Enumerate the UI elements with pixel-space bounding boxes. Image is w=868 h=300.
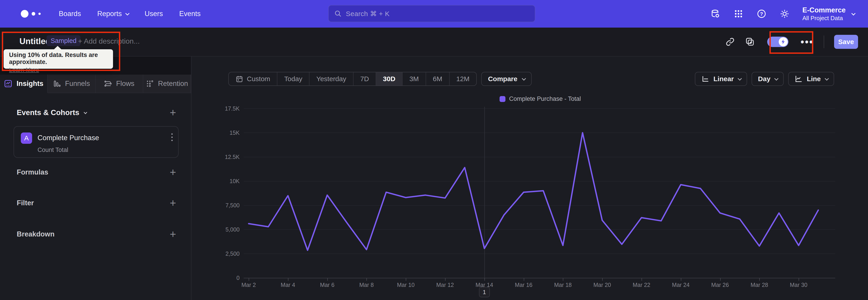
retention-dots-icon	[146, 80, 154, 88]
y-axis-label: 10K	[195, 178, 240, 184]
report-header: Untitled Sampled + Add description...	[0, 28, 868, 57]
flows-wave-icon	[104, 80, 112, 88]
data-settings-icon[interactable]	[710, 8, 721, 19]
breakdown-label: Breakdown	[17, 230, 55, 238]
formulas-label: Formulas	[17, 168, 49, 176]
x-axis-label: Mar 28	[743, 282, 775, 288]
formulas-section: Formulas +	[17, 168, 176, 177]
chart-panel: CustomTodayYesterday7D30D3M6M12M Compare…	[191, 57, 868, 300]
x-axis-label: Mar 12	[429, 282, 461, 288]
funnels-bars-icon	[53, 80, 61, 88]
add-event-button[interactable]: +	[170, 108, 176, 117]
sidebar: Insights Funnels	[0, 57, 191, 300]
app-root: BoardsReportsUsersEvents Search ⌘ + K	[0, 0, 868, 300]
x-axis-tick	[406, 278, 406, 281]
x-axis-label: Mar 4	[272, 282, 304, 288]
x-axis-label: Mar 10	[390, 282, 422, 288]
sampling-toggle[interactable]	[767, 37, 788, 47]
more-ellipsis-icon[interactable]: •••	[801, 39, 814, 44]
x-axis-tick	[799, 278, 799, 281]
events-cohorts-toggle[interactable]: Events & Cohorts	[17, 108, 86, 117]
x-axis-tick	[249, 278, 249, 281]
y-axis-label: 15K	[195, 129, 240, 136]
nav-item-reports[interactable]: Reports	[97, 10, 128, 18]
nav-right-cluster: ? E-Commerce All Project Data	[710, 0, 855, 28]
event-name: Complete Purchase	[37, 134, 99, 142]
x-axis-tick	[602, 278, 602, 281]
search-placeholder: Search ⌘ + K	[346, 10, 390, 18]
apps-grid-icon[interactable]	[733, 8, 744, 19]
event-metric[interactable]: Count Total	[37, 147, 68, 153]
lightning-bolt-icon	[779, 37, 788, 46]
line-chart[interactable]	[191, 57, 868, 300]
settings-gear-icon[interactable]	[779, 8, 790, 19]
svg-text:?: ?	[760, 11, 763, 17]
chevron-down-icon	[84, 111, 87, 114]
nav-menu: BoardsReportsUsersEvents	[59, 10, 201, 18]
x-axis-tick	[485, 278, 485, 281]
tab-funnels[interactable]: Funnels	[48, 74, 95, 93]
learn-more-link[interactable]: Learn More	[9, 66, 39, 73]
link-icon[interactable]	[725, 37, 735, 47]
mixpanel-logo-dots-icon[interactable]	[21, 10, 48, 18]
x-axis-label: Mar 26	[704, 282, 736, 288]
x-axis-tick	[366, 278, 367, 281]
x-axis-tick	[642, 278, 642, 281]
y-axis-label: 7,500	[195, 202, 240, 209]
add-filter-button[interactable]: +	[170, 199, 176, 208]
chevron-down-icon	[125, 11, 129, 16]
x-axis-label: Mar 24	[665, 282, 697, 288]
kebab-menu-icon[interactable]	[171, 133, 173, 141]
tab-label: Funnels	[65, 80, 90, 88]
tab-retention[interactable]: Retention	[143, 74, 191, 93]
tab-label: Retention	[158, 80, 188, 88]
tooltip-arrow	[54, 46, 61, 50]
y-axis-label: 5,000	[195, 226, 240, 233]
add-description-button[interactable]: + Add description...	[78, 37, 140, 46]
x-axis-tick	[288, 278, 288, 281]
x-axis-tick	[524, 278, 524, 281]
breakdown-section: Breakdown +	[17, 230, 176, 239]
x-axis-tick	[327, 278, 328, 281]
add-breakdown-button[interactable]: +	[170, 230, 176, 239]
report-title[interactable]: Untitled	[20, 37, 51, 46]
x-axis-tick	[445, 278, 445, 281]
sidebar-tabs: Insights Funnels	[0, 74, 191, 93]
x-axis-label: Mar 2	[233, 282, 265, 288]
event-letter-badge: A	[21, 132, 32, 144]
chevron-down-icon	[851, 11, 855, 16]
sampled-badge[interactable]: Sampled	[46, 35, 81, 46]
x-axis-tick	[563, 278, 563, 281]
tab-insights[interactable]: Insights	[0, 74, 48, 93]
copy-add-icon[interactable]	[745, 37, 755, 47]
y-axis-label: 2,500	[195, 250, 240, 257]
x-axis-label: Mar 16	[508, 282, 539, 288]
header-divider	[824, 35, 824, 48]
nav-item-users[interactable]: Users	[145, 10, 163, 18]
top-nav: BoardsReportsUsersEvents Search ⌘ + K	[0, 0, 868, 28]
pagination-page-1[interactable]: 1	[479, 287, 490, 297]
project-scope: All Project Data	[802, 15, 846, 22]
project-name: E-Commerce	[802, 6, 846, 15]
nav-item-boards[interactable]: Boards	[59, 10, 81, 18]
x-axis-label: Mar 6	[311, 282, 343, 288]
event-card[interactable]: A Complete Purchase Count Total	[13, 126, 179, 158]
add-formula-button[interactable]: +	[170, 168, 176, 177]
search-input[interactable]: Search ⌘ + K	[328, 5, 535, 22]
sidebar-divider	[191, 57, 191, 300]
x-axis-label: Mar 22	[626, 282, 657, 288]
series-line[interactable]	[249, 133, 818, 250]
sampling-tooltip: Using 10% of data. Results are approxima…	[4, 49, 113, 69]
tab-label: Insights	[17, 80, 43, 88]
nav-item-events[interactable]: Events	[179, 10, 201, 18]
tooltip-message: Using 10% of data. Results are approxima…	[9, 52, 113, 65]
x-axis-tick	[759, 278, 760, 281]
events-cohorts-label: Events & Cohorts	[17, 108, 79, 117]
x-axis-tick	[720, 278, 721, 281]
tab-flows[interactable]: Flows	[96, 74, 143, 93]
y-axis-label: 12.5K	[195, 154, 240, 160]
filter-label: Filter	[17, 199, 34, 207]
help-icon[interactable]: ?	[756, 8, 767, 19]
project-switcher[interactable]: E-Commerce All Project Data	[802, 6, 855, 22]
save-button[interactable]: Save	[834, 35, 858, 49]
